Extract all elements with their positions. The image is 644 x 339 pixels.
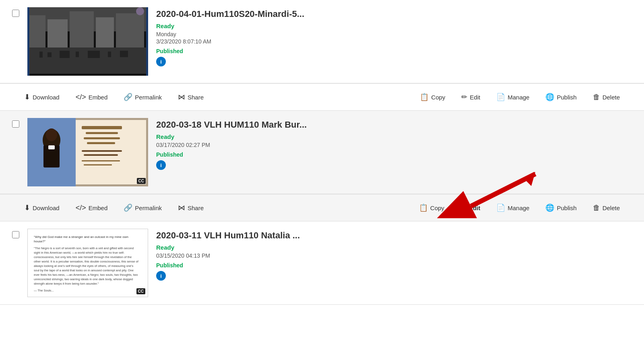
item2-action-bar: ⬇ Download </> Embed 🔗 Permalink ⋈ Share…	[0, 194, 644, 221]
svg-rect-24	[87, 142, 115, 144]
item1-edit-button[interactable]: ✏ Edit	[453, 89, 488, 105]
svg-rect-29	[82, 150, 122, 152]
svg-text:"Why did God make me a strange: "Why did God make me a stranger and an o…	[34, 235, 128, 239]
download-icon: ⬇	[24, 93, 30, 101]
item1-day: Monday	[156, 31, 628, 37]
edit-icon-2: ✏	[460, 203, 466, 212]
item2-info: 2020-03-18 VLH HUM110 Mark Bur... Ready …	[156, 118, 628, 170]
item1-share-button[interactable]: ⋈ Share	[170, 89, 212, 105]
item1-publish-button[interactable]: 🌐 Publish	[537, 89, 584, 105]
delete-icon: 🗑	[593, 93, 600, 101]
svg-rect-20	[76, 120, 146, 184]
media-list: 2020-04-01-Hum110S20-Minardi-5... Ready …	[0, 0, 644, 305]
item2-checkbox[interactable]	[12, 120, 19, 128]
svg-rect-30	[84, 154, 118, 156]
permalink-icon: 🔗	[124, 93, 132, 101]
svg-text:sight in this American world, : sight in this American world, —a world w…	[34, 251, 125, 254]
svg-rect-13	[76, 52, 79, 57]
embed-icon-2: </>	[76, 204, 86, 212]
publish-icon-2: 🌐	[545, 203, 554, 212]
svg-rect-16	[120, 51, 128, 57]
copy-icon-2: 📋	[419, 203, 428, 212]
svg-rect-28	[48, 145, 55, 149]
media-item-content-2: CC 2020-03-18 VLH HUM110 Mark Bur... Rea…	[0, 111, 644, 194]
item1-status: Ready	[156, 23, 628, 29]
item1-info-icon[interactable]: i	[156, 57, 166, 66]
item1-embed-button[interactable]: </> Embed	[68, 90, 116, 105]
item3-thumbnail: "Why did God make me a stranger and an o…	[27, 229, 148, 297]
item2-edit-button[interactable]: ✏ Edit	[452, 200, 488, 215]
item2-copy-button[interactable]: 📋 Copy	[411, 200, 452, 215]
share-icon-2: ⋈	[178, 203, 185, 212]
svg-text:other world. It is a peculiar : other world. It is a peculiar sensation,…	[34, 260, 139, 263]
item1-copy-button[interactable]: 📋 Copy	[412, 89, 453, 105]
svg-rect-11	[47, 52, 52, 57]
item1-date: 3/23/2020 8:07:10 AM	[156, 38, 628, 45]
svg-rect-32	[84, 164, 112, 165]
publish-icon: 🌐	[545, 93, 554, 101]
manage-icon-2: 📄	[496, 203, 505, 212]
media-item-content-3: "Why did God make me a stranger and an o…	[0, 221, 644, 305]
svg-point-26	[46, 128, 57, 141]
item2-status: Ready	[156, 133, 628, 140]
download-icon-2: ⬇	[24, 203, 30, 212]
svg-rect-15	[108, 52, 111, 57]
svg-rect-21	[82, 126, 122, 129]
svg-text:soul by the tape of a world th: soul by the tape of a world that looks o…	[34, 269, 134, 272]
item3-date: 03/15/2020 04:13 PM	[156, 252, 628, 259]
svg-text:always looking at one's self t: always looking at one's self through the…	[34, 264, 133, 268]
item3-info: 2020-03-11 VLH Hum110 Natalia ... Ready …	[156, 229, 628, 281]
item2-published: Published	[156, 151, 628, 158]
item1-right-actions: 📋 Copy ✏ Edit 📄 Manage 🌐 Publish 🗑	[412, 89, 628, 105]
item2-info-icon[interactable]: i	[156, 160, 166, 170]
svg-text:— The Souls...: — The Souls...	[34, 289, 54, 292]
manage-icon: 📄	[496, 93, 505, 101]
delete-icon-2: 🗑	[593, 204, 600, 212]
svg-rect-10	[39, 52, 43, 58]
svg-text:unreconciled strivings; two wa: unreconciled strivings; two warring idea…	[34, 277, 133, 281]
item1-download-button[interactable]: ⬇ Download	[16, 89, 68, 105]
svg-rect-1	[27, 7, 29, 76]
item3-checkbox[interactable]	[12, 231, 19, 238]
item2-embed-button[interactable]: </> Embed	[68, 201, 116, 215]
item3-cc-badge: CC	[136, 288, 145, 294]
item1-published: Published	[156, 48, 628, 54]
media-item-2: CC 2020-03-18 VLH HUM110 Mark Bur... Rea…	[0, 111, 644, 221]
permalink-icon-2: 🔗	[124, 203, 132, 212]
item2-date: 03/17/2020 02:27 PM	[156, 142, 628, 148]
item3-info-icon[interactable]: i	[156, 271, 166, 281]
item1-manage-button[interactable]: 📄 Manage	[488, 89, 537, 105]
svg-text:house?": house?"	[34, 240, 45, 243]
svg-rect-14	[88, 51, 100, 58]
svg-text:consciousness, but only lets h: consciousness, but only lets him see him…	[34, 255, 132, 259]
svg-rect-22	[86, 132, 118, 134]
item1-thumbnail	[27, 7, 148, 76]
edit-icon: ✏	[461, 93, 467, 101]
copy-icon: 📋	[420, 93, 429, 101]
media-item-content-1: 2020-04-01-Hum110S20-Minardi-5... Ready …	[0, 0, 644, 83]
svg-rect-31	[82, 160, 120, 161]
item1-delete-button[interactable]: 🗑 Delete	[585, 90, 628, 105]
item2-right-actions: 📋 Copy ✏ Edit 📄 Manage 🌐 Publish 🗑	[411, 200, 628, 215]
item1-info: 2020-04-01-Hum110S20-Minardi-5... Ready …	[156, 7, 628, 66]
svg-rect-2	[146, 7, 148, 76]
item2-title: 2020-03-18 VLH HUM110 Mark Bur...	[156, 120, 628, 130]
svg-text:ever feels his two-ness, —an A: ever feels his two-ness, —an American, a…	[34, 273, 138, 277]
media-item-1: 2020-04-01-Hum110S20-Minardi-5... Ready …	[0, 0, 644, 111]
embed-icon: </>	[76, 93, 86, 101]
item2-permalink-button[interactable]: 🔗 Permalink	[116, 200, 170, 215]
svg-rect-23	[84, 137, 120, 139]
svg-text:"The Negro is a sort of sevent: "The Negro is a sort of seventh son, bor…	[34, 246, 134, 250]
item3-title: 2020-03-11 VLH Hum110 Natalia ...	[156, 230, 628, 241]
item1-checkbox[interactable]	[12, 10, 19, 17]
svg-rect-12	[60, 51, 70, 58]
item2-share-button[interactable]: ⋈ Share	[170, 200, 212, 215]
item1-title: 2020-04-01-Hum110S20-Minardi-5...	[156, 9, 628, 19]
item2-publish-button[interactable]: 🌐 Publish	[537, 200, 584, 215]
item2-download-button[interactable]: ⬇ Download	[16, 200, 68, 215]
svg-text:strength alone keeps it from b: strength alone keeps it from being torn …	[34, 282, 99, 285]
item1-permalink-button[interactable]: 🔗 Permalink	[116, 89, 170, 105]
item3-status: Ready	[156, 244, 628, 251]
item2-manage-button[interactable]: 📄 Manage	[488, 200, 537, 215]
item2-delete-button[interactable]: 🗑 Delete	[585, 201, 628, 215]
